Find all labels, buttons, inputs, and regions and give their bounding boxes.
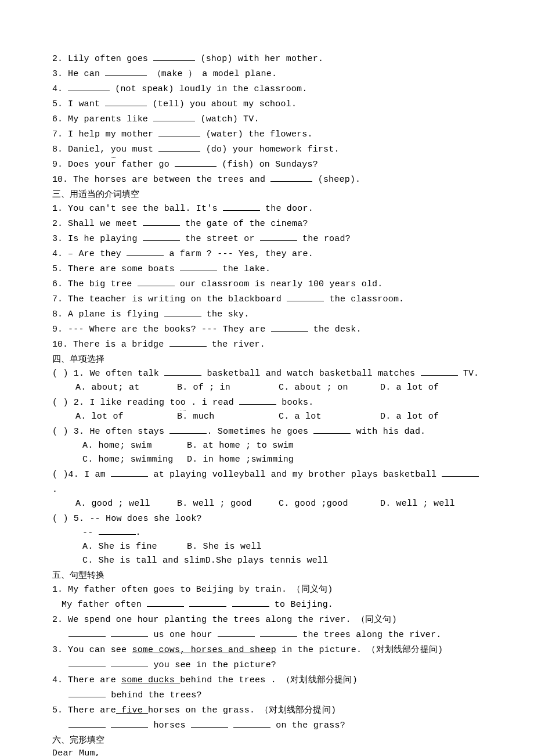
question-item: 4. – Are they a farm ? --- Yes, they are…	[52, 246, 482, 261]
mcq-option[interactable]: D. well ; well	[380, 497, 482, 511]
fill-blank[interactable]	[270, 173, 312, 182]
mcq-item: ( ) 3. He often stays . Sometimes he goe…	[52, 424, 482, 439]
question-item: 1. You can't see the ball. It's the door…	[52, 201, 482, 216]
question-item: 10. The horses are between the trees and…	[52, 172, 482, 187]
mcq-option[interactable]: A. about; at	[75, 381, 177, 395]
fill-blank[interactable]	[169, 338, 207, 347]
transform-item: 3. You can see some cows, horses and she…	[52, 642, 482, 657]
mcq-option[interactable]: A. home; swim	[82, 439, 187, 453]
mcq-options: A. home; swimB. at home ; to swim	[82, 439, 482, 453]
question-item: 5. I want (tell) you about my school.	[52, 96, 482, 111]
fill-blank[interactable]	[232, 598, 269, 607]
mcq-option[interactable]: A. lot of	[75, 410, 177, 424]
question-item: 8. A plane is flying the sky.	[52, 307, 482, 322]
question-item: 6. My parents like (watch) TV.	[52, 111, 482, 127]
mcq-options: A. about; atB. of ; inC. about ; onD. a …	[75, 381, 482, 395]
section-3-title: 三、用适当的介词填空	[52, 187, 482, 201]
section-2-fill-word-forms: 2. Lily often goes (shop) with her mothe…	[52, 51, 482, 187]
question-item: 8. Daniel, you must (do) your homework f…	[52, 142, 482, 157]
mcq-option[interactable]: C. good ;good	[279, 497, 380, 511]
mcq-options: A. lot ofB. muchC. a lotD. a lot of	[75, 410, 482, 424]
fill-blank[interactable]	[68, 628, 106, 637]
fill-blank[interactable]	[158, 128, 200, 136]
fill-blank[interactable]	[313, 425, 351, 434]
fill-blank[interactable]	[105, 98, 147, 106]
question-item: 9. --- Where are the books? --- They are…	[52, 322, 482, 337]
mcq-options: A. good ; wellB. well ; goodC. good ;goo…	[75, 497, 482, 511]
fill-blank[interactable]	[68, 689, 106, 697]
mcq-item: ( ) 1. We often talk basketball and watc…	[52, 366, 482, 381]
transform-answer-line: horses on the grass?	[68, 718, 482, 733]
transform-answer-line: behind the trees?	[68, 687, 482, 703]
question-item: 6. The big tree our classroom is nearly …	[52, 276, 482, 291]
fill-blank[interactable]	[105, 67, 147, 76]
fill-blank[interactable]	[153, 113, 195, 121]
question-item: 9. Does your father go (fish) on Sundays…	[52, 157, 482, 172]
fill-blank[interactable]	[138, 278, 175, 286]
fill-blank[interactable]	[68, 82, 110, 91]
question-item: 2. Shall we meet the gate of the cinema?	[52, 216, 482, 231]
fill-blank[interactable]	[218, 628, 255, 637]
section-4-items: ( ) 1. We often talk basketball and watc…	[52, 366, 482, 568]
mcq-options: A. She is fineB. She is well	[82, 540, 482, 554]
question-item: 7. I help my mother (water) the flowers.	[52, 127, 482, 142]
fill-blank[interactable]	[164, 367, 201, 376]
fill-blank[interactable]	[223, 202, 260, 211]
mcq-option[interactable]: C. home; swimming	[82, 453, 187, 467]
fill-blank[interactable]	[127, 247, 164, 256]
fill-blank[interactable]	[153, 52, 195, 61]
transform-answer-line: us one hour the trees along the river.	[68, 627, 482, 642]
mcq-item: ( ) 2. I like reading too . i read books…	[52, 395, 482, 410]
mcq-option[interactable]: B. She is well	[187, 542, 262, 552]
fill-blank[interactable]	[143, 217, 180, 226]
mcq-option[interactable]: B. much	[177, 410, 279, 424]
mcq-item: ( ) 5. -- How does she look?	[52, 511, 482, 526]
fill-blank[interactable]	[260, 628, 297, 637]
fill-blank[interactable]	[260, 232, 297, 241]
mcq-item: ( )4. I am at playing volleyball and my …	[52, 467, 482, 497]
fill-blank[interactable]	[442, 468, 479, 477]
mcq-option[interactable]: A. She is fine	[82, 540, 187, 554]
fill-blank[interactable]	[287, 293, 324, 301]
fill-blank[interactable]	[143, 232, 180, 241]
fill-blank[interactable]	[68, 719, 106, 728]
mcq-option[interactable]: C. She is tall and slim	[82, 554, 205, 568]
fill-blank[interactable]	[175, 158, 217, 167]
transform-item: 2. We spend one hour planting the trees …	[52, 612, 482, 627]
fill-blank[interactable]	[99, 526, 136, 535]
mcq-option[interactable]: D. a lot of	[380, 410, 482, 424]
fill-blank[interactable]	[147, 598, 184, 607]
fill-blank[interactable]	[239, 396, 276, 405]
fill-blank[interactable]	[68, 658, 106, 667]
mcq-option[interactable]: D.She plays tennis well	[205, 556, 329, 566]
section-3-items: 1. You can't see the ball. It's the door…	[52, 201, 482, 352]
question-item: 7. The teacher is writing on the blackbo…	[52, 291, 482, 307]
mcq-option[interactable]: B. well ; good	[177, 497, 279, 511]
fill-blank[interactable]	[271, 323, 308, 332]
fill-blank[interactable]	[111, 658, 148, 667]
transform-item: 4. There are some ducks behind the trees…	[52, 672, 482, 687]
mcq-option[interactable]: D. in home ;swimming	[187, 455, 294, 465]
mcq-option[interactable]: C. a lot	[279, 410, 380, 424]
fill-blank[interactable]	[191, 719, 228, 728]
section-6-title: 六、完形填空	[52, 733, 482, 747]
mcq-options: C. She is tall and slimD.She plays tenni…	[82, 554, 482, 568]
mcq-extra-line: -- .	[82, 526, 482, 540]
fill-blank[interactable]	[164, 308, 201, 316]
fill-blank[interactable]	[189, 598, 226, 607]
fill-blank[interactable]	[421, 367, 458, 376]
fill-blank[interactable]	[233, 719, 270, 728]
mcq-option[interactable]: C. about ; on	[279, 381, 380, 395]
fill-blank[interactable]	[158, 143, 200, 152]
question-item: 10. There is a bridge the river.	[52, 337, 482, 352]
mcq-option[interactable]: D. a lot of	[380, 381, 482, 395]
fill-blank[interactable]	[111, 468, 148, 477]
fill-blank[interactable]	[111, 628, 148, 637]
fill-blank[interactable]	[169, 425, 207, 434]
fill-blank[interactable]	[180, 262, 217, 271]
mcq-option[interactable]: B. at home ; to swim	[187, 441, 294, 451]
mcq-option[interactable]: B. of ; in	[177, 381, 279, 395]
section-6-greeting: Dear Mum,	[52, 747, 482, 756]
mcq-option[interactable]: A. good ; well	[75, 497, 177, 511]
fill-blank[interactable]	[111, 719, 148, 728]
